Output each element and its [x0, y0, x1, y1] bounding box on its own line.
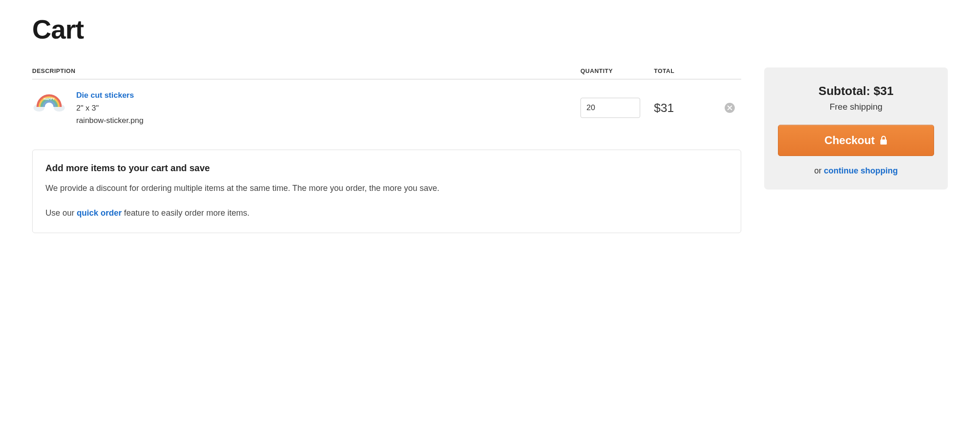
- svg-text:HAPPY: HAPPY: [44, 97, 55, 100]
- info-text-pre: Use our: [45, 208, 77, 218]
- or-label: or: [814, 166, 824, 175]
- item-size: 2" x 3": [76, 102, 143, 114]
- continue-shopping-link[interactable]: continue shopping: [824, 166, 898, 175]
- table-row: HAPPY Die cut stickers 2" x 3" rainbow-s…: [32, 79, 741, 140]
- item-quantity-cell: [580, 98, 654, 118]
- subtotal-label: Subtotal:: [818, 84, 873, 98]
- info-box-text-1: We provide a discount for ordering multi…: [45, 182, 728, 195]
- cart-header-row: DESCRIPTION QUANTITY TOTAL: [32, 67, 741, 79]
- lock-icon: [879, 136, 888, 145]
- cart-main: DESCRIPTION QUANTITY TOTAL: [32, 67, 741, 233]
- subtotal-line: Subtotal: $31: [778, 84, 934, 98]
- item-thumbnail[interactable]: HAPPY: [32, 89, 66, 113]
- item-remove-cell: [718, 103, 741, 113]
- quantity-input[interactable]: [580, 98, 640, 118]
- continue-line: or continue shopping: [778, 166, 934, 176]
- checkout-label: Checkout: [824, 134, 874, 147]
- cart-summary: Subtotal: $31 Free shipping Checkout or …: [764, 67, 948, 190]
- checkout-button[interactable]: Checkout: [778, 125, 934, 156]
- header-total: TOTAL: [654, 67, 718, 74]
- cart-table: DESCRIPTION QUANTITY TOTAL: [32, 67, 741, 140]
- info-text-post: feature to easily order more items.: [122, 208, 249, 218]
- item-file: rainbow-sticker.png: [76, 115, 143, 127]
- info-box-text-2: Use our quick order feature to easily or…: [45, 206, 728, 220]
- item-total: $31: [654, 101, 718, 115]
- rainbow-sticker-icon: HAPPY: [32, 89, 66, 113]
- info-box: Add more items to your cart and save We …: [32, 150, 741, 234]
- header-remove-spacer: [718, 67, 741, 74]
- quick-order-link[interactable]: quick order: [77, 208, 122, 218]
- item-info: Die cut stickers 2" x 3" rainbow-sticker…: [76, 89, 143, 127]
- cart-layout: DESCRIPTION QUANTITY TOTAL: [32, 67, 948, 233]
- svg-rect-3: [880, 139, 887, 145]
- subtotal-value: $31: [873, 84, 893, 98]
- header-quantity: QUANTITY: [580, 67, 654, 74]
- item-name-link[interactable]: Die cut stickers: [76, 89, 143, 101]
- close-icon: [727, 106, 732, 110]
- remove-item-button[interactable]: [725, 103, 735, 113]
- shipping-label: Free shipping: [778, 102, 934, 112]
- item-description: HAPPY Die cut stickers 2" x 3" rainbow-s…: [32, 89, 580, 127]
- page-title: Cart: [32, 14, 948, 45]
- header-description: DESCRIPTION: [32, 67, 580, 74]
- info-box-title: Add more items to your cart and save: [45, 163, 728, 173]
